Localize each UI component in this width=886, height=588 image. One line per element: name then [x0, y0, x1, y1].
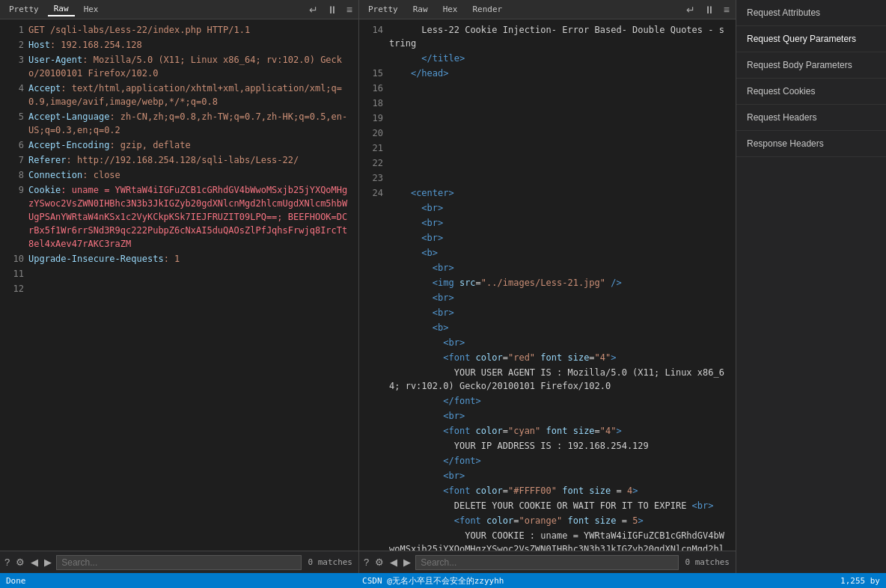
- question-icon-left[interactable]: ?: [3, 555, 11, 569]
- line-content: Accept-Language: zh-CN,zh;q=0.8,zh-TW;q=…: [28, 110, 352, 137]
- line-content: <br>: [389, 261, 454, 275]
- line-number: 7: [6, 153, 24, 167]
- list-item: <br>: [359, 408, 736, 423]
- list-item: <img src="../images/Less-21.jpg" />: [359, 275, 736, 290]
- main-area: Pretty Raw Hex ↵ ⏸ ≡ 1GET /sqli-labs/Les…: [0, 0, 886, 573]
- gear-icon-left[interactable]: ⚙: [14, 555, 26, 569]
- right-panel-item[interactable]: Request Cookies: [736, 79, 886, 105]
- line-number: 14: [365, 23, 383, 50]
- line-content: <font color="#FFFF00" font size = 4>: [389, 484, 638, 497]
- line-content: Accept: text/html,application/xhtml+xml,…: [28, 82, 352, 108]
- search-matches-mid: 0 matches: [682, 557, 733, 567]
- line-number: 12: [6, 282, 24, 295]
- wrap-btn-left[interactable]: ↵: [306, 4, 321, 16]
- line-content: User-Agent: Mozilla/5.0 (X11; Linux x86_…: [28, 53, 352, 80]
- line-content: </font>: [389, 454, 481, 468]
- tab-hex-left[interactable]: Hex: [78, 3, 105, 16]
- line-number: [365, 52, 383, 65]
- search-matches-left: 0 matches: [305, 557, 355, 567]
- list-item: YOUR USER AGENT IS : Mozilla/5.0 (X11; L…: [359, 365, 736, 393]
- line-number: [365, 351, 383, 364]
- tab-pretty-mid[interactable]: Pretty: [362, 3, 404, 16]
- tab-render-mid[interactable]: Render: [467, 3, 509, 16]
- line-number: 20: [365, 126, 383, 140]
- gear-icon-mid[interactable]: ⚙: [373, 555, 385, 569]
- line-number: [365, 514, 383, 527]
- menu-btn-left[interactable]: ≡: [343, 4, 355, 16]
- right-panel-item[interactable]: Request Attributes: [736, 0, 886, 26]
- pause-btn-mid[interactable]: ⏸: [701, 4, 718, 16]
- right-panel-item[interactable]: Request Query Parameters: [736, 26, 886, 52]
- tab-pretty-left[interactable]: Pretty: [3, 3, 45, 16]
- line-content: <br>: [389, 291, 454, 304]
- line-content: <br>: [389, 216, 443, 230]
- pause-btn-left[interactable]: ⏸: [324, 4, 340, 16]
- list-item: <br>: [359, 335, 736, 350]
- left-toolbar: Pretty Raw Hex ↵ ⏸ ≡: [0, 0, 358, 19]
- list-item: <br>: [359, 200, 736, 215]
- line-content: </head>: [389, 67, 448, 80]
- line-content: Cookie: uname = YWRtaW4iIGFuZCB1cGRhdGV4…: [28, 183, 352, 251]
- line-number: [365, 231, 383, 245]
- list-item: 4Accept: text/html,application/xhtml+xml…: [0, 81, 358, 109]
- line-number: 24: [365, 186, 383, 200]
- wrap-btn-mid[interactable]: ↵: [683, 4, 698, 16]
- list-item: <font color="#FFFF00" font size = 4>: [359, 483, 736, 498]
- question-icon-mid[interactable]: ?: [362, 555, 370, 569]
- line-number: 11: [6, 267, 24, 281]
- prev-btn-left[interactable]: ◀: [29, 555, 40, 569]
- line-content: <br>: [389, 336, 465, 349]
- line-content: DELETE YOUR COOKIE OR WAIT FOR IT TO EXP…: [389, 499, 714, 512]
- line-number: 5: [6, 110, 24, 137]
- list-item: <br>: [359, 468, 736, 483]
- line-content: <b>: [389, 246, 438, 260]
- next-btn-left[interactable]: ▶: [43, 555, 53, 569]
- line-number: 4: [6, 82, 24, 108]
- list-item: 22: [359, 156, 736, 171]
- list-item: 1GET /sqli-labs/Less-22/index.php HTTP/1…: [0, 22, 358, 37]
- left-panel: Pretty Raw Hex ↵ ⏸ ≡ 1GET /sqli-labs/Les…: [0, 0, 359, 573]
- line-number: 8: [6, 168, 24, 182]
- right-panel-item[interactable]: Request Headers: [736, 105, 886, 131]
- search-input-mid[interactable]: [415, 555, 679, 570]
- line-number: [365, 336, 383, 349]
- line-content: <font color="orange" font size = 5>: [389, 514, 644, 527]
- line-content: Accept-Encoding: gzip, deflate: [28, 138, 352, 152]
- next-btn-mid[interactable]: ▶: [402, 555, 412, 569]
- line-number: 23: [365, 171, 383, 185]
- line-content: YOUR USER AGENT IS : Mozilla/5.0 (X11; L…: [389, 366, 730, 393]
- line-content: </title>: [389, 52, 465, 65]
- line-content: Host: 192.168.254.128: [28, 38, 352, 52]
- line-number: 6: [6, 138, 24, 152]
- tab-raw-mid[interactable]: Raw: [407, 3, 434, 16]
- line-content: <font color="cyan" font size="4">: [389, 424, 622, 438]
- line-number: [365, 424, 383, 438]
- left-search-bar: ? ⚙ ◀ ▶ 0 matches: [0, 551, 358, 573]
- right-panel-item[interactable]: Request Body Parameters: [736, 52, 886, 79]
- line-content: <br>: [389, 231, 443, 245]
- list-item: 20: [359, 126, 736, 141]
- tab-hex-mid[interactable]: Hex: [437, 3, 464, 16]
- prev-btn-mid[interactable]: ◀: [388, 555, 399, 569]
- list-item: <font color="red" font size="4">: [359, 350, 736, 365]
- search-input-left[interactable]: [56, 555, 302, 570]
- list-item: <br>: [359, 215, 736, 230]
- line-number: 18: [365, 97, 383, 110]
- line-number: [365, 469, 383, 483]
- tab-raw-left[interactable]: Raw: [48, 2, 75, 16]
- mid-search-bar: ? ⚙ ◀ ▶ 0 matches: [359, 551, 736, 573]
- list-item: DELETE YOUR COOKIE OR WAIT FOR IT TO EXP…: [359, 498, 736, 513]
- line-number: [365, 394, 383, 408]
- line-number: [365, 276, 383, 290]
- right-panel-item[interactable]: Response Headers: [736, 131, 886, 157]
- menu-btn-mid[interactable]: ≡: [721, 4, 733, 16]
- line-content: YOUR IP ADDRESS IS : 192.168.254.129: [389, 439, 649, 453]
- line-number: [365, 246, 383, 260]
- line-number: 3: [6, 53, 24, 80]
- list-item: 11: [0, 266, 358, 281]
- line-content: [28, 267, 352, 281]
- line-number: [365, 201, 383, 215]
- line-number: [365, 261, 383, 275]
- list-item: 21: [359, 141, 736, 156]
- left-content: 1GET /sqli-labs/Less-22/index.php HTTP/1…: [0, 19, 358, 551]
